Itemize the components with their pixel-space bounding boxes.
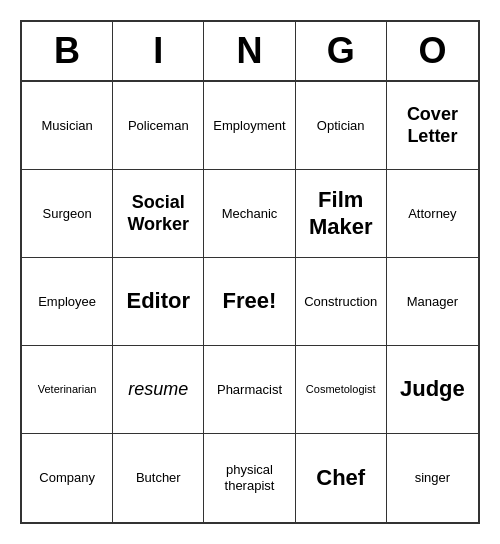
bingo-cell: Surgeon — [22, 170, 113, 258]
bingo-cell: Judge — [387, 346, 478, 434]
bingo-cell: Manager — [387, 258, 478, 346]
header-letter: I — [113, 22, 204, 80]
bingo-cell: Employee — [22, 258, 113, 346]
bingo-cell: resume — [113, 346, 204, 434]
bingo-cell: Employment — [204, 82, 295, 170]
bingo-cell: Musician — [22, 82, 113, 170]
bingo-cell: Editor — [113, 258, 204, 346]
bingo-cell: Film Maker — [296, 170, 387, 258]
bingo-grid: MusicianPolicemanEmploymentOpticianCover… — [22, 82, 478, 522]
bingo-cell: Chef — [296, 434, 387, 522]
bingo-cell: Company — [22, 434, 113, 522]
bingo-cell: Free! — [204, 258, 295, 346]
header-letter: B — [22, 22, 113, 80]
header-letter: G — [296, 22, 387, 80]
bingo-cell: Construction — [296, 258, 387, 346]
bingo-cell: Optician — [296, 82, 387, 170]
bingo-cell: Social Worker — [113, 170, 204, 258]
bingo-cell: Policeman — [113, 82, 204, 170]
header-letter: O — [387, 22, 478, 80]
bingo-cell: Butcher — [113, 434, 204, 522]
bingo-cell: singer — [387, 434, 478, 522]
bingo-cell: Pharmacist — [204, 346, 295, 434]
bingo-cell: Veterinarian — [22, 346, 113, 434]
bingo-cell: physical therapist — [204, 434, 295, 522]
bingo-header: BINGO — [22, 22, 478, 82]
header-letter: N — [204, 22, 295, 80]
bingo-cell: Attorney — [387, 170, 478, 258]
bingo-card: BINGO MusicianPolicemanEmploymentOpticia… — [20, 20, 480, 524]
bingo-cell: Cosmetologist — [296, 346, 387, 434]
bingo-cell: Mechanic — [204, 170, 295, 258]
bingo-cell: Cover Letter — [387, 82, 478, 170]
